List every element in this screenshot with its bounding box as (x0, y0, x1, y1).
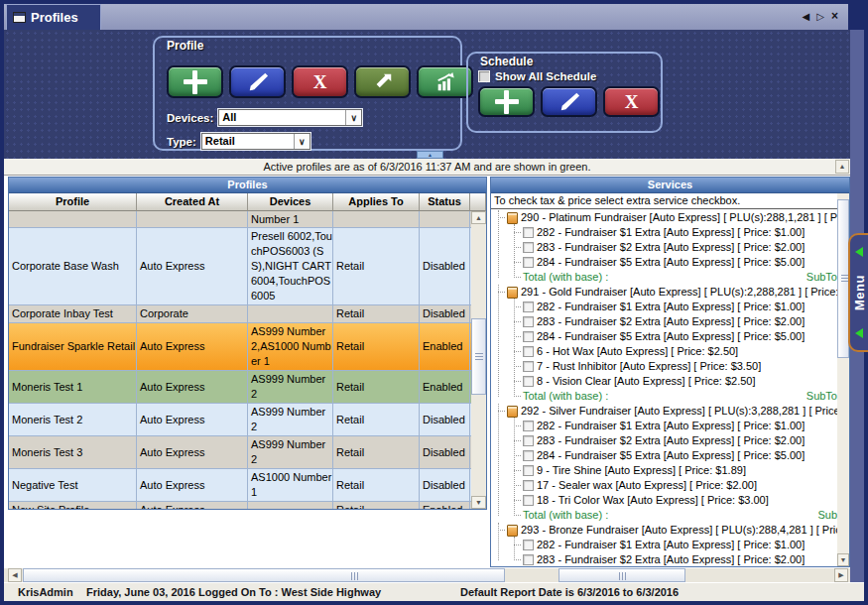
column-header[interactable]: Created At (137, 193, 248, 211)
table-row[interactable]: Fundraiser Sparkle RetailAuto ExpressAS9… (9, 323, 471, 371)
close-icon[interactable]: × (831, 9, 838, 25)
scroll-up-icon[interactable]: ▲ (835, 160, 849, 174)
service-group-row[interactable]: 291 - Gold Fundraiser [Auto Express] [ P… (491, 285, 837, 300)
schedule-add-button[interactable] (478, 86, 535, 117)
service-item-row[interactable]: 283 - Fundraiser $2 Extra [Auto Express]… (491, 240, 837, 255)
table-row[interactable]: Negative TestAuto ExpressAS1000 Number 1… (9, 469, 471, 502)
profile-export-button[interactable] (354, 65, 411, 98)
service-item-row[interactable]: 282 - Fundraiser $1 Extra [Auto Express]… (491, 225, 837, 240)
service-item-label: 282 - Fundraiser $1 Extra [Auto Express]… (537, 225, 805, 240)
service-item-row[interactable]: 282 - Fundraiser $1 Extra [Auto Express]… (491, 538, 837, 552)
table-row[interactable]: Number 1 (9, 211, 471, 228)
service-item-row[interactable]: 282 - Fundraiser $1 Extra [Auto Express]… (491, 300, 837, 314)
tree-connector (514, 455, 521, 456)
scroll-down-icon[interactable]: ▼ (837, 553, 849, 566)
scrollbar-thumb[interactable] (471, 318, 486, 395)
menu-tab[interactable]: Menu (848, 233, 868, 352)
scroll-right-icon[interactable]: ▶ (834, 568, 848, 582)
devices-select[interactable]: All ∨ (218, 109, 362, 126)
service-checkbox[interactable] (523, 242, 534, 253)
service-item-row[interactable]: 284 - Fundraiser $5 Extra [Auto Express]… (491, 255, 837, 270)
service-item-row[interactable]: 17 - Sealer wax [Auto Express] [ Price: … (491, 478, 837, 493)
service-checkbox[interactable] (523, 257, 534, 268)
table-row[interactable]: Moneris Test 3Auto ExpressAS999 Number 2… (9, 436, 471, 469)
service-checkbox[interactable] (523, 421, 534, 431)
service-item-row[interactable]: 283 - Fundraiser $2 Extra [Auto Express]… (491, 433, 837, 448)
table-row[interactable]: Moneris Test 2Auto ExpressAS999 Number 2… (9, 404, 471, 436)
service-item-label: 18 - Tri Color Wax [Auto Express] [ Pric… (537, 493, 769, 508)
service-item-row[interactable]: 6 - Hot Wax [Auto Express] [ Price: $2.5… (491, 344, 837, 359)
service-checkbox[interactable] (523, 376, 534, 387)
service-item-label: 9 - Tire Shine [Auto Express] [ Price: $… (537, 463, 746, 478)
cell-created (137, 211, 248, 227)
subtotal-value: SubTo (806, 389, 837, 404)
profiles-table-vertical-scrollbar[interactable]: ▲ ▼ (471, 211, 486, 509)
profile-add-button[interactable] (167, 65, 223, 98)
service-item-row[interactable]: 18 - Tri Color Wax [Auto Express] [ Pric… (491, 493, 837, 508)
table-row[interactable]: Corporate Base WashAuto ExpressPresell 6… (9, 228, 471, 305)
service-checkbox[interactable] (523, 361, 534, 372)
cell-status: Enabled (420, 502, 470, 509)
service-checkbox[interactable] (523, 346, 534, 357)
service-item-row[interactable]: 283 - Fundraiser $2 Extra [Auto Express]… (491, 314, 837, 329)
service-item-label: 284 - Fundraiser $5 Extra [Auto Express]… (537, 329, 805, 344)
cell-applies (333, 211, 420, 227)
table-row[interactable]: New Site ProfileAuto ExpressRetailEnable… (9, 502, 471, 509)
service-checkbox[interactable] (523, 302, 534, 312)
cell-status (420, 211, 470, 227)
subtotal-value: SubTo (806, 270, 837, 285)
service-item-row[interactable]: 283 - Fundraiser $2 Extra [Auto Express]… (491, 552, 837, 566)
service-checkbox[interactable] (523, 227, 534, 238)
splitter-collapse-handle[interactable]: ▲ (417, 151, 443, 159)
service-group-row[interactable]: 290 - Platinum Fundraiser [Auto Express]… (491, 210, 837, 225)
service-checkbox[interactable] (523, 435, 534, 446)
schedule-edit-button[interactable] (541, 86, 597, 117)
type-select[interactable]: Retail ∨ (201, 133, 310, 150)
horizontal-scrollbar[interactable]: ◀ ▶ (4, 568, 850, 582)
service-checkbox[interactable] (523, 554, 534, 565)
schedule-delete-button[interactable]: X (603, 86, 660, 117)
scroll-left-icon[interactable]: ◀ (8, 568, 22, 582)
service-checkbox[interactable] (523, 465, 534, 476)
service-checkbox[interactable] (523, 495, 534, 506)
cell-status: Enabled (420, 371, 470, 403)
plus-icon (184, 79, 207, 84)
service-item-row[interactable]: 8 - Vision Clear [Auto Express] [ Price:… (491, 374, 837, 389)
service-group-row[interactable]: 293 - Bronze Fundraiser [Auto Express] [… (491, 523, 837, 538)
cell-status: Disabled (420, 404, 470, 435)
scroll-up-icon[interactable]: ▲ (471, 211, 486, 224)
service-item-row[interactable]: 7 - Rust Inhibitor [Auto Express] [ Pric… (491, 359, 837, 374)
column-header[interactable]: Devices (248, 193, 333, 211)
service-checkbox[interactable] (523, 540, 534, 550)
profile-edit-button[interactable] (229, 65, 286, 98)
service-group-icon (507, 287, 518, 299)
service-checkbox[interactable] (523, 316, 534, 327)
devices-value: All (219, 110, 345, 125)
scrollbar-thumb[interactable] (23, 568, 505, 582)
service-item-row[interactable]: 282 - Fundraiser $1 Extra [Auto Express]… (491, 419, 837, 433)
table-row[interactable]: Moneris Test 1Auto ExpressAS999 Number 2… (9, 371, 471, 404)
service-group-row[interactable]: 292 - Silver Fundraiser [Auto Express] [… (491, 404, 837, 419)
profile-report-button[interactable] (417, 65, 473, 98)
table-row[interactable]: Corporate Inbay TestCorporateRetailDisab… (9, 305, 471, 323)
service-item-row[interactable]: 284 - Fundraiser $5 Extra [Auto Express]… (491, 329, 837, 344)
service-item-row[interactable]: 284 - Fundraiser $5 Extra [Auto Express]… (491, 448, 837, 463)
service-item-row[interactable]: 9 - Tire Shine [Auto Express] [ Price: $… (491, 463, 837, 478)
nav-back-icon[interactable]: ◀ (803, 9, 810, 25)
service-group-icon (507, 406, 518, 418)
column-header[interactable]: Status (420, 193, 470, 211)
column-header[interactable]: Applies To (333, 193, 420, 211)
column-header[interactable]: Profile (9, 193, 137, 211)
show-all-schedule-checkbox[interactable] (478, 70, 490, 82)
scrollbar-thumb[interactable] (558, 568, 685, 582)
cell-applies: Retail (333, 502, 420, 509)
service-checkbox[interactable] (523, 450, 534, 461)
profiles-form-icon (13, 12, 26, 23)
nav-forward-icon[interactable]: ▷ (816, 9, 824, 25)
scroll-down-icon[interactable]: ▼ (471, 496, 486, 509)
service-checkbox[interactable] (523, 480, 534, 491)
tab-profiles[interactable]: Profiles (6, 4, 101, 30)
profile-delete-button[interactable]: X (292, 65, 348, 98)
service-checkbox[interactable] (523, 331, 534, 342)
services-tree: 290 - Platinum Fundraiser [Auto Express]… (491, 210, 837, 566)
